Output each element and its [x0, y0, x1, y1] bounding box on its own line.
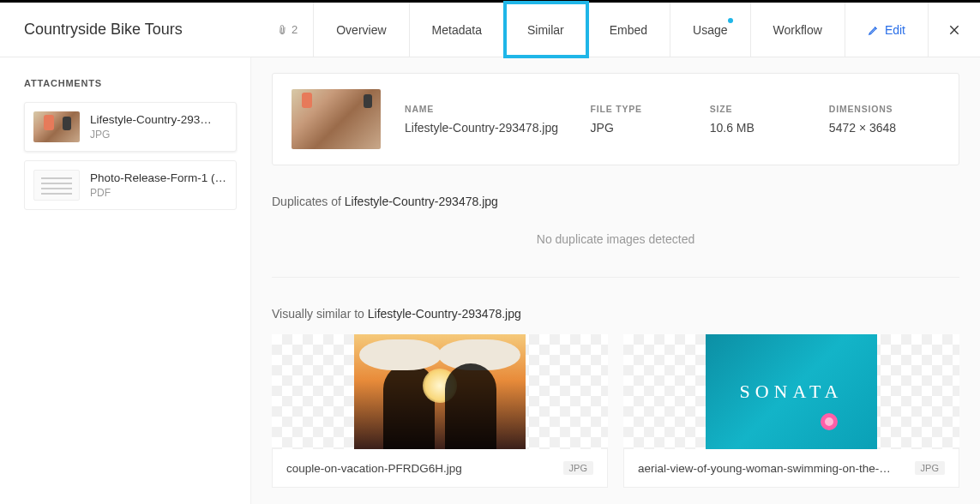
attachment-name: Lifestyle-Country-293…: [90, 113, 227, 126]
tab-workflow[interactable]: Workflow: [751, 3, 845, 57]
tab-usage-label: Usage: [693, 23, 727, 37]
similar-thumbnail: [354, 334, 526, 449]
close-icon: [947, 23, 961, 37]
duplicates-prefix: Duplicates of: [272, 195, 345, 208]
similar-thumbnail-wrap: SONATA: [623, 334, 959, 449]
similar-thumbnail-wrap: [272, 334, 608, 449]
similar-item-name: couple-on-vacation-PFRDG6H.jpg: [286, 462, 462, 475]
close-button[interactable]: [929, 3, 980, 57]
similar-heading: Visually similar to Lifestyle-Country-29…: [272, 307, 959, 321]
value-file-type: JPG: [591, 121, 701, 135]
similar-filename: Lifestyle-Country-293478.jpg: [368, 307, 521, 321]
attachment-count-value: 2: [292, 23, 298, 36]
file-type-badge: JPG: [915, 461, 945, 475]
attachment-thumbnail: [33, 170, 80, 201]
value-dimensions: 5472 × 3648: [829, 121, 940, 135]
tab-metadata[interactable]: Metadata: [410, 3, 505, 57]
tab-edit[interactable]: Edit: [845, 3, 929, 57]
tab-usage[interactable]: Usage: [670, 3, 750, 57]
top-bar: Countryside Bike Tours 2 Overview Metada…: [0, 3, 980, 57]
similar-item-name: aerial-view-of-young-woman-swimming-on-t…: [638, 462, 895, 475]
pencil-icon: [868, 24, 880, 36]
label-dimensions: DIMENSIONS: [829, 104, 940, 114]
attachment-item[interactable]: Lifestyle-Country-293… JPG: [24, 102, 237, 152]
label-size: SIZE: [710, 104, 821, 114]
file-summary-card: NAME Lifestyle-Country-293478.jpg FILE T…: [272, 73, 959, 165]
duplicates-heading: Duplicates of Lifestyle-Country-293478.j…: [272, 195, 959, 208]
value-name: Lifestyle-Country-293478.jpg: [405, 121, 582, 135]
label-file-type: FILE TYPE: [591, 104, 701, 114]
similar-thumbnail: SONATA: [706, 334, 877, 449]
main-content: NAME Lifestyle-Country-293478.jpg FILE T…: [251, 57, 980, 504]
sidebar: ATTACHMENTS Lifestyle-Country-293… JPG P…: [0, 57, 251, 504]
duplicates-empty-message: No duplicate images detected: [272, 208, 959, 278]
attachment-count: 2: [262, 3, 313, 57]
label-name: NAME: [405, 104, 582, 114]
file-thumbnail: [292, 89, 381, 149]
attachment-thumbnail: [33, 111, 80, 142]
attachment-item[interactable]: Photo-Release-Form-1 (… PDF: [24, 160, 237, 210]
notification-dot-icon: [728, 18, 733, 23]
page-title: Countryside Bike Tours: [0, 3, 262, 57]
paperclip-icon: [274, 21, 290, 37]
similar-prefix: Visually similar to: [272, 307, 368, 321]
duplicates-filename: Lifestyle-Country-293478.jpg: [345, 195, 498, 208]
attachment-type: PDF: [90, 187, 227, 199]
brand-overlay-text: SONATA: [739, 381, 843, 403]
similar-item[interactable]: SONATA aerial-view-of-young-woman-swimmi…: [623, 334, 959, 488]
sidebar-heading: ATTACHMENTS: [24, 78, 237, 88]
similar-item[interactable]: couple-on-vacation-PFRDG6H.jpg JPG: [272, 334, 608, 488]
attachment-name: Photo-Release-Form-1 (…: [90, 171, 227, 184]
tab-overview[interactable]: Overview: [314, 3, 409, 57]
attachment-type: JPG: [90, 129, 227, 141]
tab-embed[interactable]: Embed: [587, 3, 670, 57]
tab-edit-label: Edit: [885, 23, 905, 37]
file-type-badge: JPG: [563, 461, 593, 475]
value-size: 10.6 MB: [710, 121, 821, 135]
tab-bar: Overview Metadata Similar Embed Usage Wo…: [313, 3, 929, 57]
tab-similar[interactable]: Similar: [505, 3, 587, 57]
